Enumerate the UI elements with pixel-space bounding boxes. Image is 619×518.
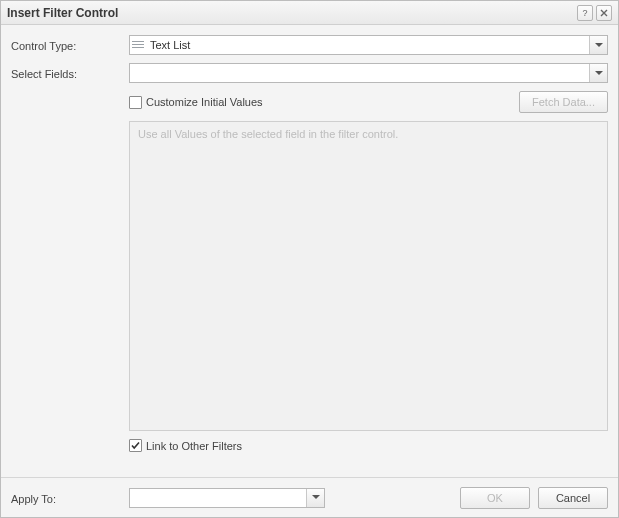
dialog-title: Insert Filter Control — [7, 6, 574, 20]
link-filters-row: Link to Other Filters — [11, 439, 608, 452]
insert-filter-control-dialog: Insert Filter Control ? Control Type: Te… — [0, 0, 619, 518]
chevron-down-icon — [589, 64, 607, 82]
chevron-down-icon — [589, 36, 607, 54]
customize-initial-values-checkbox[interactable] — [129, 96, 142, 109]
control-type-label: Control Type: — [11, 38, 129, 52]
apply-to-combo[interactable] — [129, 488, 325, 508]
dialog-body: Control Type: Text List Select Fields: — [1, 25, 618, 452]
select-fields-row: Select Fields: — [11, 63, 608, 83]
initial-values-textarea[interactable]: Use all Values of the selected field in … — [129, 121, 608, 431]
select-fields-label: Select Fields: — [11, 66, 129, 80]
customize-initial-values-label: Customize Initial Values — [146, 96, 263, 108]
customize-row: Customize Initial Values Fetch Data... — [11, 91, 608, 113]
control-type-value: Text List — [146, 39, 589, 51]
values-area-row: Use all Values of the selected field in … — [11, 121, 608, 431]
cancel-button[interactable]: Cancel — [538, 487, 608, 509]
text-list-icon — [130, 41, 146, 49]
control-type-combo[interactable]: Text List — [129, 35, 608, 55]
close-button[interactable] — [596, 5, 612, 21]
control-type-row: Control Type: Text List — [11, 35, 608, 55]
link-to-other-filters-label: Link to Other Filters — [146, 440, 242, 452]
dialog-footer: Apply To: OK Cancel — [1, 477, 618, 517]
svg-text:?: ? — [582, 8, 587, 18]
help-button[interactable]: ? — [577, 5, 593, 21]
link-to-other-filters-checkbox[interactable] — [129, 439, 142, 452]
titlebar: Insert Filter Control ? — [1, 1, 618, 25]
select-fields-combo[interactable] — [129, 63, 608, 83]
apply-to-label: Apply To: — [11, 491, 129, 505]
ok-button[interactable]: OK — [460, 487, 530, 509]
chevron-down-icon — [306, 489, 324, 507]
fetch-data-button[interactable]: Fetch Data... — [519, 91, 608, 113]
